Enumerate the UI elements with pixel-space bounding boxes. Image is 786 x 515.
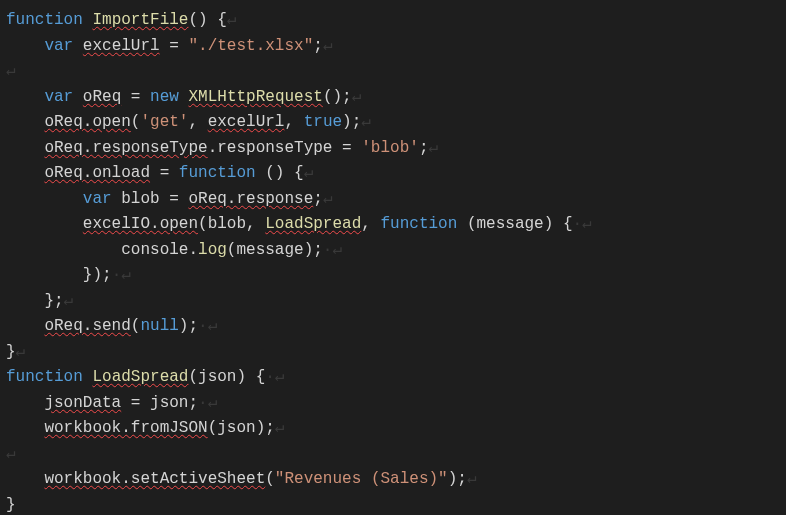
identifier-oreq: oReq [83, 88, 121, 106]
identifier-workbook-setactivesheet: workbook.setActiveSheet [44, 470, 265, 488]
identifier-excelurl: excelUrl [83, 37, 160, 55]
whitespace-return: ↵ [428, 139, 438, 157]
identifier-excelio-open: excelIO.open [83, 215, 198, 233]
whitespace-return: ↵ [332, 241, 342, 259]
whitespace-return: ↵ [6, 62, 16, 80]
string-path: "./test.xlsx" [188, 37, 313, 55]
identifier-excelurl-arg: excelUrl [208, 113, 285, 131]
keyword-var: var [44, 37, 73, 55]
whitespace-return: ↵ [467, 470, 477, 488]
whitespace-dot: · [198, 394, 208, 412]
whitespace-dot: · [112, 266, 122, 284]
string-get: 'get' [140, 113, 188, 131]
whitespace-return: ↵ [208, 317, 218, 335]
whitespace-return: ↵ [16, 343, 26, 361]
class-xmlhttprequest: XMLHttpRequest [188, 88, 322, 106]
keyword-function: function [380, 215, 457, 233]
function-loadspread-ref: LoadSpread [265, 215, 361, 233]
whitespace-return: ↵ [227, 11, 237, 29]
identifier-oreq-response: oReq.response [188, 190, 313, 208]
text-assign-responsetype: .responseType = [208, 139, 362, 157]
text-console: console. [6, 241, 198, 259]
whitespace-dot: · [198, 317, 208, 335]
text-json-param: (json) { [188, 368, 265, 386]
whitespace-return: ↵ [323, 190, 333, 208]
keyword-var: var [83, 190, 112, 208]
text-json-eq: = json; [121, 394, 198, 412]
keyword-function: function [6, 368, 83, 386]
whitespace-return: ↵ [64, 292, 74, 310]
identifier-jsondata: jsonData [44, 394, 121, 412]
whitespace-return: ↵ [361, 113, 371, 131]
whitespace-return: ↵ [121, 266, 131, 284]
identifier-workbook-fromjson: workbook.fromJSON [44, 419, 207, 437]
whitespace-return: ↵ [275, 419, 285, 437]
whitespace-return: ↵ [304, 164, 314, 182]
whitespace-return: ↵ [352, 88, 362, 106]
text-blob-eq: blob = [112, 190, 189, 208]
identifier-oreq-open: oReq.open [44, 113, 130, 131]
keyword-var: var [44, 88, 73, 106]
keyword-true: true [304, 113, 342, 131]
whitespace-dot: · [573, 215, 583, 233]
whitespace-return: ↵ [275, 368, 285, 386]
text-json-arg: (json); [208, 419, 275, 437]
string-blob: 'blob' [361, 139, 419, 157]
keyword-function: function [6, 11, 83, 29]
function-log: log [198, 241, 227, 259]
identifier-oreq-send: oReq.send [44, 317, 130, 335]
function-name-loadspread: LoadSpread [92, 368, 188, 386]
function-name-importfile: ImportFile [92, 11, 188, 29]
whitespace-return: ↵ [6, 445, 16, 463]
keyword-null: null [140, 317, 178, 335]
whitespace-return: ↵ [582, 215, 592, 233]
text-assign-eq: = [150, 164, 179, 182]
code-block: function ImportFile() {↵ var excelUrl = … [6, 8, 780, 515]
string-sheet: "Revenues (Sales)" [275, 470, 448, 488]
whitespace-dot: · [265, 368, 275, 386]
text-message-arg: (message); [227, 241, 323, 259]
keyword-function: function [179, 164, 256, 182]
whitespace-return: ↵ [323, 37, 333, 55]
whitespace-return: ↵ [208, 394, 218, 412]
keyword-new: new [150, 88, 179, 106]
identifier-oreq-onload: oReq.onload [44, 164, 150, 182]
identifier-oreq-responsetype: oReq.responseType [44, 139, 207, 157]
